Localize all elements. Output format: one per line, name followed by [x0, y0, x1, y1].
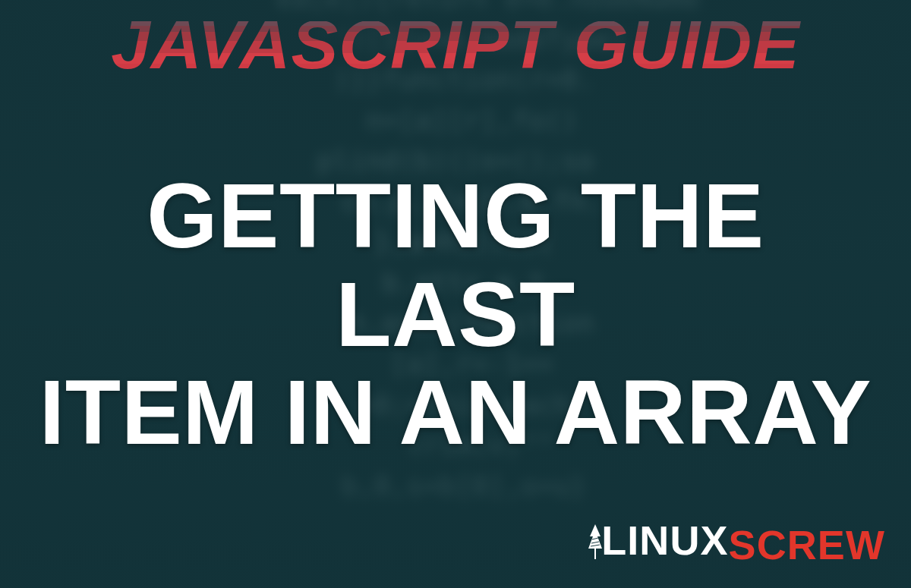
svg-marker-0: [588, 524, 602, 559]
logo-part-linux: LINUX: [588, 520, 728, 561]
logo-text-linux: LINUX: [601, 520, 728, 561]
logo-text-screw: SCREW: [729, 524, 885, 565]
eyebrow-title: JAVASCRIPT GUIDE: [0, 11, 911, 79]
tree-icon: [588, 523, 603, 561]
eyebrow-text: JAVASCRIPT GUIDE: [108, 11, 803, 79]
headline-line-1: GETTING THE LAST: [30, 167, 881, 363]
headline-line-2: ITEM IN AN ARRAY: [30, 363, 881, 462]
site-logo: LINUX SCREW: [588, 520, 885, 565]
main-headline: GETTING THE LAST ITEM IN AN ARRAY: [0, 167, 911, 462]
hero-banner: )(n)((delete s[u].data, ea[e]){return e=…: [0, 0, 911, 588]
